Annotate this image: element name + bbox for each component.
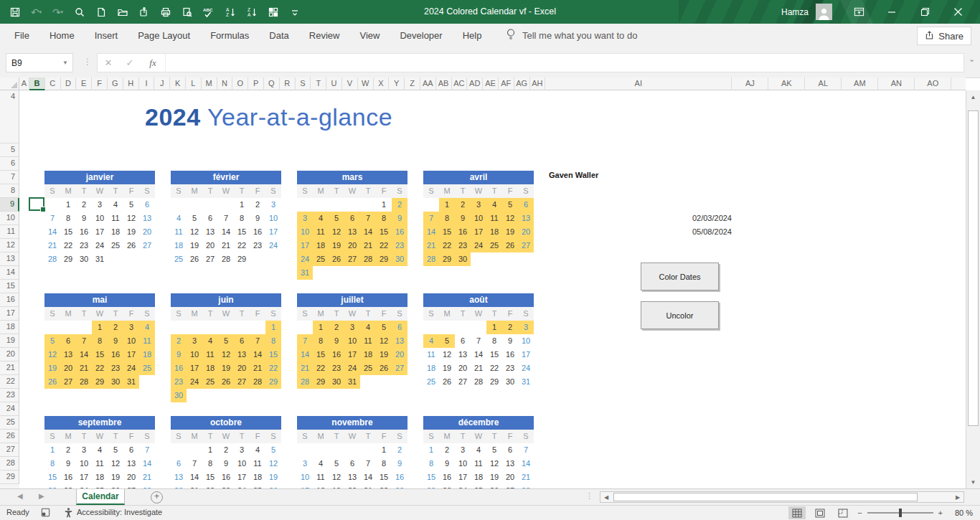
date-cell[interactable]: 17: [92, 225, 108, 239]
date-cell[interactable]: 6: [202, 212, 218, 225]
date-cell[interactable]: 13: [171, 471, 187, 484]
tell-me-box[interactable]: Tell me what you want to do: [506, 24, 637, 47]
avatar[interactable]: [816, 4, 832, 20]
date-cell[interactable]: 21: [139, 471, 155, 484]
date-cell[interactable]: 16: [60, 471, 76, 484]
date-cell[interactable]: 11: [139, 334, 155, 348]
date-cell[interactable]: 5: [265, 443, 281, 457]
date-cell[interactable]: 5: [218, 334, 234, 348]
date-cell[interactable]: 12: [329, 225, 344, 239]
date-cell[interactable]: 15: [234, 225, 250, 239]
column-header-W[interactable]: W: [358, 77, 374, 90]
column-header-AF[interactable]: AF: [499, 77, 514, 90]
column-header-AO[interactable]: AO: [915, 77, 951, 90]
date-cell[interactable]: 29: [486, 375, 502, 389]
zoom-track[interactable]: [867, 512, 933, 514]
row-header-18[interactable]: 18: [0, 321, 19, 334]
column-header-B[interactable]: B: [29, 77, 45, 90]
empty-cell[interactable]: [139, 252, 155, 266]
date-cell[interactable]: 12: [108, 457, 123, 471]
date-cell[interactable]: 8: [376, 212, 392, 225]
date-cell[interactable]: 9: [171, 348, 187, 361]
empty-cell[interactable]: [344, 198, 360, 212]
row-header-4[interactable]: 4: [0, 90, 19, 143]
date-cell[interactable]: 8: [423, 457, 439, 471]
date-cell[interactable]: 10: [518, 334, 534, 348]
date-cell[interactable]: 19: [187, 239, 202, 252]
column-header-C[interactable]: C: [45, 77, 61, 90]
date-cell[interactable]: 22: [376, 239, 392, 252]
date-cell[interactable]: 9: [502, 334, 518, 348]
date-cell[interactable]: 23: [171, 375, 187, 389]
date-cell[interactable]: 14: [187, 471, 202, 484]
row-header-5[interactable]: 5: [0, 143, 19, 157]
date-cell[interactable]: 10: [123, 334, 139, 348]
date-cell[interactable]: 20: [392, 348, 407, 361]
empty-cell[interactable]: [376, 375, 392, 389]
date-cell[interactable]: 4: [250, 443, 265, 457]
date-cell[interactable]: 11: [313, 225, 329, 239]
empty-cell[interactable]: [502, 252, 518, 266]
row-header-15[interactable]: 15: [0, 280, 19, 293]
date-cell[interactable]: 4: [202, 334, 218, 348]
fill-handle[interactable]: [40, 207, 46, 212]
date-cell[interactable]: 7: [44, 212, 60, 225]
date-cell[interactable]: 14: [139, 457, 155, 471]
date-cell[interactable]: 22: [60, 239, 76, 252]
tab-insert[interactable]: Insert: [85, 24, 128, 47]
date-cell[interactable]: 14: [360, 471, 376, 484]
date-cell[interactable]: 19: [486, 471, 502, 484]
date-cell[interactable]: 17: [76, 471, 92, 484]
tab-developer[interactable]: Developer: [390, 24, 452, 47]
empty-cell[interactable]: [250, 321, 265, 334]
date-cell[interactable]: 13: [502, 457, 518, 471]
date-cell[interactable]: 31: [297, 266, 313, 280]
date-cell[interactable]: 11: [360, 334, 376, 348]
page-break-view-icon[interactable]: [834, 506, 852, 519]
date-cell[interactable]: 5: [376, 321, 392, 334]
insert-function-icon[interactable]: fx: [141, 57, 165, 69]
empty-cell[interactable]: [76, 321, 92, 334]
date-cell[interactable]: 8: [44, 457, 60, 471]
empty-cell[interactable]: [471, 321, 486, 334]
accessibility-status[interactable]: Accessibility: Investigate: [77, 508, 162, 516]
date-cell[interactable]: 30: [392, 252, 407, 266]
column-header-T[interactable]: T: [311, 77, 326, 90]
quick-print-icon[interactable]: [159, 6, 171, 18]
row-header-11[interactable]: 11: [0, 225, 19, 239]
date-cell[interactable]: 4: [360, 321, 376, 334]
date-cell[interactable]: 26: [376, 361, 392, 375]
date-cell[interactable]: 4: [108, 198, 123, 212]
date-cell[interactable]: 18: [423, 361, 439, 375]
date-cell[interactable]: 18: [202, 361, 218, 375]
date-cell[interactable]: 12: [486, 457, 502, 471]
date-cell[interactable]: 1: [265, 321, 281, 334]
date-cell[interactable]: 23: [392, 239, 407, 252]
date-cell[interactable]: 21: [423, 239, 439, 252]
date-cell[interactable]: 8: [486, 334, 502, 348]
row-header-10[interactable]: 10: [0, 212, 19, 225]
date-cell[interactable]: 6: [60, 334, 76, 348]
date-cell[interactable]: 20: [139, 225, 155, 239]
row-header-6[interactable]: 6: [0, 157, 19, 171]
empty-cell[interactable]: [376, 266, 392, 280]
selected-cell-outline[interactable]: [29, 197, 44, 211]
date-cell[interactable]: 28: [423, 252, 439, 266]
date-cell[interactable]: 8: [234, 212, 250, 225]
formula-input[interactable]: [165, 54, 963, 72]
date-cell[interactable]: 23: [76, 239, 92, 252]
empty-cell[interactable]: [171, 443, 187, 457]
date-cell[interactable]: 31: [518, 375, 534, 389]
date-cell[interactable]: 29: [439, 252, 455, 266]
date-cell[interactable]: 3: [471, 198, 486, 212]
date-cell[interactable]: 26: [329, 252, 344, 266]
column-header-AH[interactable]: AH: [530, 77, 546, 90]
date-cell[interactable]: 3: [123, 321, 139, 334]
date-cell[interactable]: 25: [108, 239, 123, 252]
date-cell[interactable]: 1: [44, 443, 60, 457]
date-cell[interactable]: 13: [455, 348, 471, 361]
switch-windows-icon[interactable]: [267, 6, 279, 18]
date-cell[interactable]: 10: [297, 471, 313, 484]
date-cell[interactable]: 9: [439, 457, 455, 471]
date-cell[interactable]: 7: [187, 457, 202, 471]
